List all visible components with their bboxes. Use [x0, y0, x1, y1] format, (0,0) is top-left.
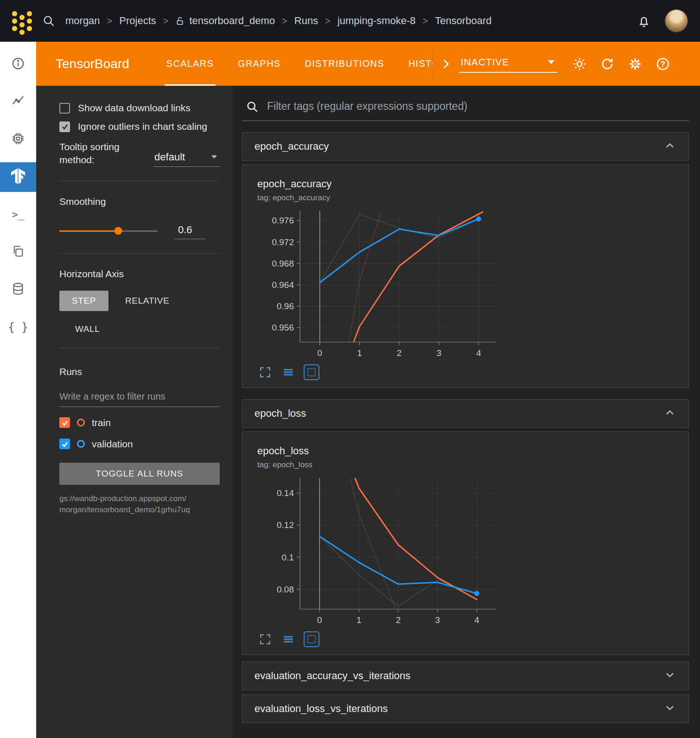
tab-scalars[interactable]: SCALARS — [154, 42, 226, 86]
section-evaluation-loss[interactable]: evaluation_loss_vs_iterations — [242, 694, 689, 723]
ignore-outliers-checkbox[interactable]: Ignore outliers in chart scaling — [59, 121, 220, 132]
bell-icon[interactable] — [637, 14, 651, 28]
settings-brightness-icon[interactable] — [572, 57, 587, 71]
sidebar-item-artifacts[interactable] — [0, 271, 36, 308]
checkbox-checked — [59, 121, 70, 132]
show-download-links-checkbox[interactable]: Show data download links — [59, 102, 220, 114]
runs-regex-input[interactable] — [59, 388, 220, 407]
chevron-up-icon[interactable] — [663, 406, 676, 421]
breadcrumb-user[interactable]: morgan — [65, 15, 100, 27]
breadcrumb-runs[interactable]: Runs — [294, 15, 318, 27]
epoch-loss-chart[interactable]: 0.080.10.120.1401234 — [257, 473, 499, 629]
breadcrumb-tensorboard[interactable]: Tensorboard — [435, 15, 491, 27]
smoothing-value[interactable]: 0.6 — [174, 223, 205, 239]
section-epoch-loss[interactable]: epoch_loss — [242, 399, 689, 428]
sidebar-item-tensorboard[interactable] — [0, 158, 36, 196]
tensorboard-header: TensorBoard SCALARS GRAPHS DISTRIBUTIONS… — [36, 42, 700, 86]
epoch-accuracy-card: epoch_accuracy tag: epoch_accuracy 0.956… — [242, 165, 689, 388]
breadcrumb-projects[interactable]: Projects — [119, 15, 156, 27]
expand-chart-icon[interactable] — [257, 364, 273, 380]
tooltip-sorting-value: default — [154, 151, 185, 163]
tooltip-sorting-label: Tooltip sorting method: — [59, 140, 146, 167]
database-icon — [12, 282, 25, 297]
view-data-icon[interactable] — [280, 631, 296, 647]
svg-text:0.972: 0.972 — [272, 237, 294, 247]
view-data-icon[interactable] — [280, 364, 296, 380]
epoch-accuracy-chart[interactable]: 0.9560.960.9640.9680.9720.97601234 — [257, 206, 499, 362]
svg-text:1: 1 — [356, 615, 362, 625]
tooltip-sorting-select[interactable]: default — [153, 149, 220, 167]
sidebar-item-files[interactable] — [0, 233, 36, 271]
ignore-outliers-label: Ignore outliers in chart scaling — [78, 121, 207, 132]
tab-graphs[interactable]: GRAPHS — [226, 42, 293, 86]
toggle-all-runs-button[interactable]: TOGGLE ALL RUNS — [59, 463, 220, 485]
chevron-down-icon[interactable] — [663, 701, 676, 716]
sidebar-item-config[interactable]: { } — [0, 308, 36, 346]
smoothing-label: Smoothing — [59, 196, 220, 207]
search-icon[interactable] — [42, 14, 55, 27]
run-row-train[interactable]: train — [59, 417, 220, 428]
chart-title: epoch_loss — [257, 445, 688, 457]
axis-step-button[interactable]: STEP — [59, 291, 108, 311]
sidebar-item-logs[interactable]: >_ — [0, 196, 36, 233]
breadcrumb-project[interactable]: tensorboard_demo — [189, 15, 275, 27]
epoch-loss-card: epoch_loss tag: epoch_loss 0.080.10.120.… — [242, 432, 689, 655]
section-title: evaluation_accuracy_vs_iterations — [255, 670, 410, 682]
storage-path-line1: gs://wandb-production.appspot.com/ — [59, 493, 220, 505]
slider-thumb[interactable] — [115, 227, 122, 235]
divider — [59, 253, 220, 254]
chip-icon — [11, 132, 25, 147]
tensorboard-header-icons: ? — [572, 57, 670, 71]
axis-relative-button[interactable]: RELATIVE — [125, 296, 169, 306]
train-color-swatch — [77, 419, 85, 426]
refresh-icon[interactable] — [600, 57, 615, 71]
tensorboard-settings-panel: Show data download links Ignore outliers… — [36, 86, 233, 738]
expand-chart-icon[interactable] — [257, 631, 273, 647]
train-checkbox[interactable] — [59, 417, 70, 428]
braces-icon: { } — [8, 321, 28, 334]
filter-tags-bar — [242, 94, 689, 121]
sidebar-item-system[interactable] — [0, 121, 36, 158]
run-storage-path: gs://wandb-production.appspot.com/ morga… — [59, 493, 220, 516]
sidebar-item-charts[interactable] — [0, 83, 36, 121]
section-evaluation-accuracy[interactable]: evaluation_accuracy_vs_iterations — [242, 662, 689, 690]
svg-text:2: 2 — [396, 615, 401, 625]
divider — [59, 348, 220, 349]
search-icon — [246, 100, 259, 113]
fit-domain-icon[interactable] — [304, 631, 319, 647]
tab-histograms[interactable]: HISTOGRAMS — [396, 42, 433, 86]
svg-text:0.08: 0.08 — [277, 585, 294, 594]
section-epoch-accuracy[interactable]: epoch_accuracy — [242, 132, 689, 161]
svg-text:2: 2 — [397, 348, 402, 358]
run-row-validation[interactable]: validation — [59, 439, 220, 450]
svg-text:4: 4 — [474, 615, 479, 625]
gear-icon[interactable] — [628, 57, 643, 71]
wandb-logo[interactable] — [12, 11, 32, 31]
breadcrumb-run[interactable]: jumping-smoke-8 — [337, 15, 416, 27]
fit-domain-icon[interactable] — [304, 364, 319, 380]
data-status-select[interactable]: INACTIVE — [459, 55, 557, 73]
chevron-up-icon[interactable] — [663, 139, 676, 154]
svg-text:0.14: 0.14 — [277, 488, 294, 498]
axis-wall-button[interactable]: WALL — [75, 324, 100, 334]
info-icon — [11, 57, 25, 72]
validation-checkbox[interactable] — [59, 439, 70, 449]
svg-text:0.964: 0.964 — [272, 280, 294, 290]
show-download-links-label: Show data download links — [78, 102, 191, 114]
svg-text:4: 4 — [476, 348, 481, 358]
chevron-down-icon — [548, 60, 554, 64]
section-title: evaluation_loss_vs_iterations — [255, 703, 388, 715]
sidebar-item-info[interactable] — [0, 45, 36, 83]
svg-text:3: 3 — [435, 615, 440, 625]
checkbox-unchecked — [59, 103, 70, 114]
user-avatar[interactable] — [665, 9, 688, 32]
tabs-overflow-chevron[interactable] — [433, 50, 452, 78]
chevron-down-icon[interactable] — [663, 668, 676, 683]
tab-distributions[interactable]: DISTRIBUTIONS — [293, 42, 396, 86]
filter-tags-input[interactable] — [266, 100, 685, 113]
line-chart-icon — [11, 94, 25, 110]
help-icon[interactable]: ? — [655, 57, 670, 71]
smoothing-slider[interactable] — [59, 230, 158, 232]
terminal-icon: >_ — [12, 209, 25, 220]
validation-color-swatch — [77, 440, 85, 448]
